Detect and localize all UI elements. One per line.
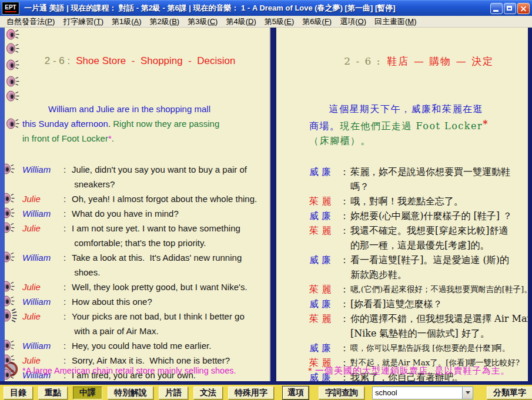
dialogue-text: 妳想要(心中屬意)什麼樣子的 [鞋子] ？ [350, 209, 523, 223]
titlebar[interactable]: EPT 一片通 美語 | 現在的課程： 對話 - 第2級 - 第6課 | 現在的… [0, 0, 532, 16]
dialogue-row: Julie:I am not sure yet. I want to have … [22, 221, 265, 250]
ear-speaker-icon[interactable] [6, 76, 19, 87]
colon-separator: : [63, 338, 72, 353]
ear-speaker-icon[interactable] [5, 207, 15, 219]
right-border [528, 28, 532, 381]
menu-item-D[interactable]: 第4級(D) [222, 16, 260, 27]
dialogue-text: 我還不確定。我想要[穿起來比較]舒適 的那一種，這是最優先[考慮]的。 [350, 223, 523, 253]
speaker-name: Julie [22, 221, 63, 236]
ear-speaker-icon[interactable] [5, 354, 15, 365]
ear-speaker-icon[interactable] [6, 118, 19, 129]
dialogue-text: Julie, didn't you say you want to buy a … [72, 162, 265, 191]
ear-speaker-icon[interactable] [5, 340, 15, 351]
dialogue-row: 茱 麗：嗯,(它們)看起來很好；不過我想要買耐吉的[鞋子]。 [309, 282, 523, 297]
app-logo-text: EPT [5, 5, 16, 12]
ear-speaker-icon[interactable] [5, 251, 15, 263]
menu-item-T[interactable]: 打字練習(T) [59, 16, 108, 27]
menu-item-E[interactable]: 第5級(E) [260, 16, 299, 27]
menu-item-B[interactable]: 第2級(B) [146, 16, 184, 27]
lesson-number: 2 - 6 : [45, 55, 70, 66]
ear-speaker-icon[interactable] [5, 193, 15, 204]
ear-speaker-icon[interactable] [6, 90, 19, 102]
speaker-name: William [22, 338, 63, 353]
dialogue-row: Julie:Oh, yeah! I almost forgot about th… [22, 191, 265, 206]
chinese-translation-button[interactable]: 中譯 [73, 386, 102, 399]
minimize-button[interactable] [490, 3, 503, 14]
menu-item-O[interactable]: 選項(O) [336, 16, 370, 27]
speaker-name: 威 廉 [309, 209, 340, 223]
colon-separator: ： [340, 341, 350, 355]
menu-item-M[interactable]: 回主畫面(M) [370, 16, 421, 27]
dialogue-row: 威 廉：茱麗，妳不是說過你想要買一雙運動鞋 嗎？ [309, 164, 523, 194]
ear-speaker-icon[interactable] [6, 43, 19, 54]
categorized-vocab-button[interactable]: 分類單字 [487, 386, 532, 399]
text-run: 現在他們正走過 Foot Locker [340, 120, 483, 132]
speaker-name: 茱 麗 [309, 282, 340, 297]
contents-button[interactable]: 目錄 [4, 386, 33, 399]
ear-speaker-icon[interactable] [6, 59, 19, 70]
dialogue-row: 茱 麗：我還不確定。我想要[穿起來比較]舒適 的那一種，這是最優先[考慮]的。 [309, 223, 523, 253]
speaker-name: 威 廉 [309, 297, 340, 311]
footnote: ＊一個美國的大型連鎖販賣店, 是以賣鞋子為主。 [306, 364, 524, 378]
dialogue-text: Oh, yeah! I almost forgot about the whol… [72, 191, 265, 206]
ear-speaker-icon[interactable] [5, 222, 15, 233]
colon-separator: ： [340, 209, 350, 223]
dialogue-row: William:Hey, you could have told me earl… [22, 338, 265, 353]
dialogue-text: 嗯,(它們)看起來很好；不過我想要買耐吉的[鞋子]。 [350, 282, 528, 297]
english-panel: 2 - 6 :Shoe Store - Shopping - Decision … [5, 28, 269, 381]
menu-item-C[interactable]: 第3級(C) [183, 16, 222, 27]
lesson-title: Shoe Store - Shopping - Decision [76, 55, 235, 66]
word-search-button[interactable]: 字詞查詢 [319, 386, 364, 399]
dialogue-text: 你的選擇不錯，但我想我還是選擇 Air Max [Nike 氣墊鞋的一個款式] … [350, 311, 528, 341]
colon-separator: : [63, 162, 72, 177]
lesson-header: 2 - 6 :鞋店 — 購物 — 決定 [309, 38, 523, 84]
close-button[interactable] [517, 3, 530, 14]
lesson-number: 2 - 6 : [344, 55, 381, 67]
ear-speaker-icon[interactable] [5, 163, 15, 174]
app-logo: EPT [2, 2, 19, 15]
special-explanation-button[interactable]: 特別解說 [108, 386, 153, 399]
speaker-name: William [22, 294, 63, 309]
dialogue-text: 看一看這雙[鞋子]。這是愛迪達 (斯)的 新款跑步鞋。 [350, 253, 523, 282]
dialogue-row: 茱 麗：哦，對啊！我差點全忘了。 [309, 194, 523, 209]
speaker-name: William [22, 250, 63, 265]
key-points-button[interactable]: 重點 [38, 386, 68, 399]
intro-paragraph: 這個星期天下午，威廉和茱麗在逛 商場。現在他們正走過 Foot Locker* … [309, 102, 523, 148]
special-words-button[interactable]: 特殊用字 [228, 386, 274, 399]
maximize-button[interactable] [504, 3, 516, 14]
dialogue-text: I am not sure yet. I want to have someth… [72, 221, 265, 250]
content-area: 2 - 6 :Shoe Store - Shopping - Decision … [0, 28, 532, 385]
menu-bar: 自然發音法(P)打字練習(T)第1級(A)第2級(B)第3級(C)第4級(D)第… [0, 16, 532, 28]
ear-speaker-icon-active[interactable] [5, 308, 18, 322]
dialogue-row: Julie:Well, they look pretty good, but I… [22, 280, 265, 294]
options-button[interactable]: 選項 [283, 386, 309, 399]
footnote: *A large American chain retail store mai… [22, 364, 266, 378]
speaker-name: 茱 麗 [309, 311, 340, 326]
speaker-name: Julie [22, 309, 63, 324]
word-search-combobox [372, 386, 473, 399]
menu-item-F[interactable]: 第6級(F) [298, 16, 336, 27]
search-dropdown-button[interactable] [462, 387, 473, 399]
dialogue-row: William:Take a look at this. It's Adidas… [22, 250, 265, 280]
dialogue-row: William:What do you have in mind? [22, 206, 265, 221]
dialogue-text: Well, they look pretty good, but I want … [72, 280, 265, 294]
colon-separator: ： [340, 282, 350, 297]
colon-separator: ： [340, 253, 350, 267]
menu-item-A[interactable]: 第1級(A) [108, 16, 146, 27]
ear-speaker-icon[interactable] [5, 281, 15, 292]
grammar-button[interactable]: 文法 [193, 386, 223, 399]
colon-separator: : [63, 280, 72, 294]
dialogue-text: [妳看看]這雙怎麼樣？ [350, 297, 523, 311]
lesson-title: 鞋店 — 購物 — 決定 [387, 55, 494, 67]
text-run: . [112, 133, 114, 143]
colon-separator: : [63, 191, 72, 206]
speaker-name: Julie [22, 191, 63, 206]
word-search-input[interactable] [373, 387, 462, 399]
ear-speaker-icon[interactable] [5, 369, 15, 380]
ear-speaker-icon[interactable] [6, 29, 19, 40]
maximize-icon [507, 6, 512, 11]
app-window: EPT 一片通 美語 | 現在的課程： 對話 - 第2級 - 第6課 | 現在的… [0, 0, 532, 400]
menu-item-P[interactable]: 自然發音法(P) [2, 16, 59, 27]
ear-speaker-icon[interactable] [5, 295, 15, 307]
phrases-button[interactable]: 片語 [159, 386, 188, 399]
